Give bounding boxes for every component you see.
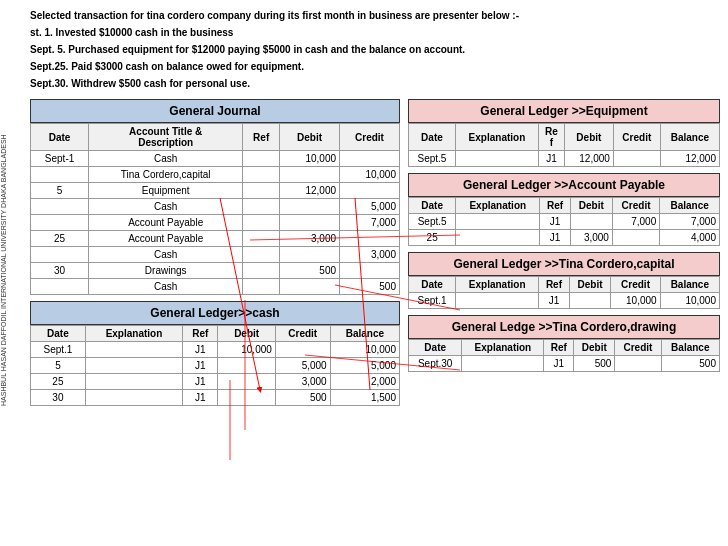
- main-content: General Journal Date Account Title &Desc…: [30, 99, 720, 406]
- intro-line4: Sept.25. Paid $3000 cash on balance owed…: [30, 59, 720, 74]
- gl-equipment-table: Date Explanation Ref Debit Credit Balanc…: [408, 123, 720, 167]
- table-row: 30 Drawings 500: [31, 263, 400, 279]
- intro-line2: st. 1. Invested $10000 cash in the busin…: [30, 25, 720, 40]
- page-container: HASHBUL HASAN DAFFODIL INTERNATIONAL UNI…: [0, 0, 728, 546]
- journal-col-account: Account Title &Description: [89, 124, 243, 151]
- intro-line3: Sept. 5. Purchased equipment for $12000 …: [30, 42, 720, 57]
- journal-title: General Journal: [30, 99, 400, 123]
- vertical-text: HASHBUL HASAN DAFFODIL INTERNATIONAL UNI…: [0, 120, 22, 420]
- gl-equipment-section: General Ledger >>Equipment Date Explanat…: [408, 99, 720, 167]
- table-row: 25 J1 3,000 2,000: [31, 374, 400, 390]
- intro-line1: Selected transaction for tina cordero co…: [30, 8, 720, 23]
- table-row: Cash 500: [31, 279, 400, 295]
- journal-col-ref: Ref: [243, 124, 280, 151]
- gl-capital-table: Date Explanation Ref Debit Credit Balanc…: [408, 276, 720, 309]
- table-row: Sept.1 J1 10,000 10,000: [31, 342, 400, 358]
- intro-line5: Sept.30. Withdrew $500 cash for personal…: [30, 76, 720, 91]
- table-row: 25 Account Payable 3,000: [31, 231, 400, 247]
- gl-cash-title: General Ledger>>cash: [30, 301, 400, 325]
- table-row: Sept-1 Cash 10,000: [31, 151, 400, 167]
- gl-equipment-title: General Ledger >>Equipment: [408, 99, 720, 123]
- table-row: Sept.5 J1 7,000 7,000: [409, 214, 720, 230]
- journal-section: General Journal Date Account Title &Desc…: [30, 99, 400, 295]
- journal-col-date: Date: [31, 124, 89, 151]
- left-panel: General Journal Date Account Title &Desc…: [30, 99, 400, 406]
- table-row: 30 J1 500 1,500: [31, 390, 400, 406]
- table-row: Cash 5,000: [31, 199, 400, 215]
- gl-cash-table: Date Explanation Ref Debit Credit Balanc…: [30, 325, 400, 406]
- gl-drawing-section: General Ledge >>Tina Cordero,drawing Dat…: [408, 315, 720, 372]
- gl-drawing-table: Date Explanation Ref Debit Credit Balanc…: [408, 339, 720, 372]
- table-row: Sept.5 J1 12,000 12,000: [409, 151, 720, 167]
- table-row: 25 J1 3,000 4,000: [409, 230, 720, 246]
- table-row: 5 J1 5,000 5,000: [31, 358, 400, 374]
- journal-col-credit: Credit: [340, 124, 400, 151]
- gl-ap-table: Date Explanation Ref Debit Credit Balanc…: [408, 197, 720, 246]
- journal-col-debit: Debit: [280, 124, 340, 151]
- table-row: 5 Equipment 12,000: [31, 183, 400, 199]
- journal-table: Date Account Title &Description Ref Debi…: [30, 123, 400, 295]
- gl-capital-title: General Ledger >>Tina Cordero,capital: [408, 252, 720, 276]
- table-row: Cash 3,000: [31, 247, 400, 263]
- gl-ap-section: General Ledger >>Account Payable Date Ex…: [408, 173, 720, 246]
- gl-capital-section: General Ledger >>Tina Cordero,capital Da…: [408, 252, 720, 309]
- gl-cash-section: General Ledger>>cash Date Explanation Re…: [30, 301, 400, 406]
- table-row: Sept.30 J1 500 500: [409, 356, 720, 372]
- gl-drawing-title: General Ledge >>Tina Cordero,drawing: [408, 315, 720, 339]
- table-row: Account Payable 7,000: [31, 215, 400, 231]
- intro-section: Selected transaction for tina cordero co…: [30, 8, 720, 91]
- gl-ap-title: General Ledger >>Account Payable: [408, 173, 720, 197]
- table-row: Sept.1 J1 10,000 10,000: [409, 293, 720, 309]
- right-panel: General Ledger >>Equipment Date Explanat…: [408, 99, 720, 372]
- table-row: Tina Cordero,capital 10,000: [31, 167, 400, 183]
